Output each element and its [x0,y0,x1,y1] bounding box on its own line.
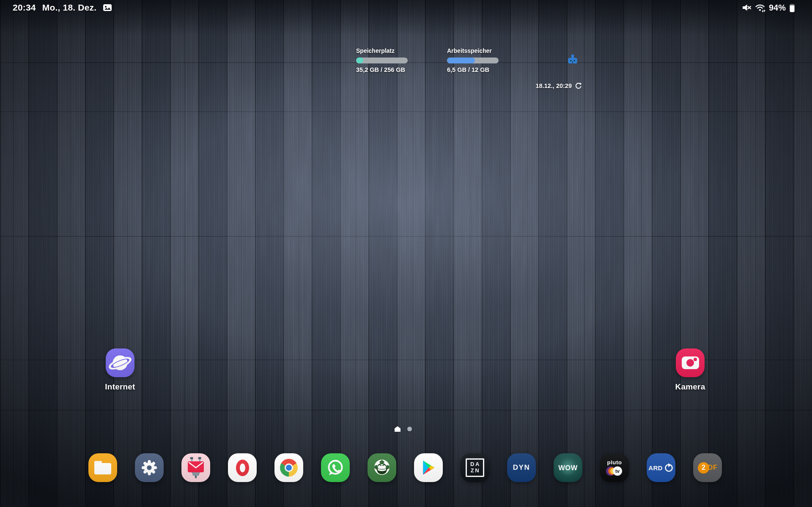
home-app-internet[interactable]: Internet [97,348,143,392]
camera-app-icon[interactable] [676,348,705,377]
dock-app-google-play[interactable] [414,453,443,482]
status-bar-right: 94% [742,3,795,13]
storage-progress-bar [356,58,408,63]
dock-app-zdf[interactable]: 2 DF [693,453,722,482]
dock-app-whatsapp[interactable] [321,453,350,482]
ram-value: 6,5 GB / 12 GB [447,66,489,73]
ram-label: Arbeitsspeicher [447,47,492,54]
zdf-orange-circle: 2 [698,462,709,474]
battery-icon [789,3,795,13]
chrome-logo-icon [280,459,298,477]
gear-icon [135,453,164,482]
dock: DA ZN DYN WOW pluto tv ARD [88,453,722,482]
dazn-logo: DA ZN [466,458,484,477]
picture-notification-icon [103,3,112,12]
whatsapp-phone-bubble-icon [321,453,350,482]
home-app-camera[interactable]: Kamera [667,348,713,392]
app-label-internet: Internet [105,382,135,392]
planet-icon [106,348,134,377]
sound-muted-icon [742,3,752,12]
internet-app-icon[interactable] [106,348,134,377]
clean-now-button[interactable] [565,52,580,68]
wifi-signal-icon [755,3,765,12]
status-bar-left: 20:34 Mo., 18. Dez. [13,3,112,13]
ram-progress-bar [447,58,499,63]
wow-logo: WOW [558,464,577,472]
storage-label: Speicherplatz [356,47,395,54]
clock: 20:34 [13,3,36,13]
dazn-line1: DA [469,461,480,468]
opera-o-icon [236,460,249,476]
ard-circle-arrow-icon [664,463,674,473]
dock-app-dazn[interactable]: DA ZN [461,453,489,482]
page-indicator [395,426,412,432]
folder-icon [94,461,111,474]
pluto-tv-logo: pluto tv [606,459,623,476]
home-page-indicator-icon[interactable] [395,426,401,432]
dock-app-chrome[interactable] [274,453,303,482]
battery-percent: 94% [769,3,786,13]
android-home-screen: 20:34 Mo., 18. Dez. 94% [0,0,812,507]
google-play-triangle-icon [420,459,437,476]
dock-app-settings[interactable] [135,453,164,482]
last-updated-text: 18.12., 20:29 [536,82,572,89]
app-label-kamera: Kamera [675,382,705,392]
device-care-widget[interactable]: Speicherplatz 35,2 GB / 256 GB Arbeitssp… [347,42,592,97]
storage-value: 35,2 GB / 256 GB [356,66,405,73]
ard-logo: ARD [648,463,673,473]
dock-app-opera[interactable] [228,453,257,482]
dock-app-email[interactable] [181,453,210,482]
zdf-logo: 2 DF [698,462,717,474]
storage-progress-fill [356,58,363,63]
zdf-2: 2 [702,464,705,471]
dock-app-my-files[interactable] [88,453,117,482]
dock-app-ard[interactable]: ARD [647,453,675,482]
laughing-soccer-ball-icon [368,453,396,482]
dazn-line2: ZN [470,468,480,474]
pluto-rings-icon: tv [606,466,623,476]
camera-body-icon [682,356,699,369]
pluto-text: pluto [607,459,622,466]
camera-lens-icon [686,359,694,367]
ram-progress-fill [447,58,475,63]
status-bar: 20:34 Mo., 18. Dez. 94% [0,0,812,14]
dock-app-laughing-soccer-ball[interactable] [368,453,396,482]
dock-app-wow[interactable]: WOW [554,453,582,482]
clean-broom-icon [566,54,579,66]
mail-robot-icon [181,453,210,482]
zdf-df: DF [708,464,717,471]
widget-last-updated: 18.12., 20:29 [486,82,582,89]
dock-app-dyn[interactable]: DYN [507,453,536,482]
camera-dot-icon [694,358,697,361]
pluto-tv-circle: tv [613,466,622,476]
page-dot[interactable] [407,427,412,431]
date: Mo., 18. Dez. [42,3,97,13]
dock-app-pluto-tv[interactable]: pluto tv [600,453,629,482]
refresh-icon[interactable] [575,82,582,89]
dyn-logo: DYN [513,463,530,472]
ard-text: ARD [648,464,662,471]
